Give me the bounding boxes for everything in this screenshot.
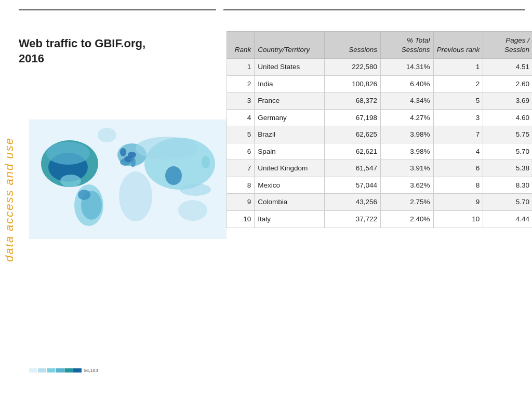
left-area: 56,103 <box>19 57 232 389</box>
cell-rank: 3 <box>227 92 255 110</box>
cell-pages: 5.70 <box>483 143 532 160</box>
cell-pages: 8.30 <box>483 177 532 194</box>
cell-country: Italy <box>255 211 325 228</box>
cell-pages: 4.44 <box>483 211 532 228</box>
svg-point-13 <box>120 148 126 156</box>
cell-pct: 3.98% <box>380 126 433 143</box>
svg-point-5 <box>98 128 116 142</box>
cell-sessions: 68,372 <box>325 92 381 110</box>
cell-sessions: 37,722 <box>325 211 381 228</box>
table-row: 2India100,8266.40%22.60 <box>227 75 533 92</box>
svg-point-8 <box>78 190 90 200</box>
cell-rank: 7 <box>227 160 255 177</box>
data-table: Rank Country/Territory Sessions % Total … <box>227 31 532 228</box>
svg-point-3 <box>46 142 90 165</box>
cell-sessions: 57,044 <box>325 177 381 194</box>
cell-prev-rank: 3 <box>433 109 483 126</box>
table-row: 8Mexico57,0443.62%88.30 <box>227 177 533 194</box>
cell-country: Colombia <box>255 194 325 211</box>
map-legend: 56,103 <box>29 368 98 373</box>
cell-prev-rank: 9 <box>433 194 483 211</box>
legend-bar <box>29 368 82 373</box>
cell-country: Mexico <box>255 177 325 194</box>
cell-prev-rank: 5 <box>433 92 483 110</box>
cell-prev-rank: 8 <box>433 177 483 194</box>
svg-point-15 <box>119 171 152 221</box>
table-row: 4Germany67,1984.27%34.60 <box>227 109 533 126</box>
cell-rank: 10 <box>227 211 255 228</box>
cell-country: Brazil <box>255 126 325 143</box>
header-sessions: Sessions <box>325 32 381 59</box>
cell-sessions: 100,826 <box>325 75 381 92</box>
cell-pct: 6.40% <box>380 75 433 92</box>
cell-country: United Kingdom <box>255 160 325 177</box>
cell-pages: 2.60 <box>483 75 532 92</box>
cell-rank: 2 <box>227 75 255 92</box>
cell-prev-rank: 1 <box>433 59 483 76</box>
cell-sessions: 67,198 <box>325 109 381 126</box>
cell-pages: 5.38 <box>483 160 532 177</box>
legend-swatch-1 <box>29 368 37 373</box>
cell-rank: 8 <box>227 177 255 194</box>
legend-swatch-2 <box>38 368 46 373</box>
side-label-container: data access and use <box>0 0 19 399</box>
cell-prev-rank: 2 <box>433 75 483 92</box>
table-row: 10Italy37,7222.40%104.44 <box>227 211 533 228</box>
header-pages: Pages / Session <box>483 32 532 59</box>
header-pct: % Total Sessions <box>380 32 433 59</box>
cell-country: Germany <box>255 109 325 126</box>
legend-swatch-4 <box>56 368 64 373</box>
cell-prev-rank: 6 <box>433 160 483 177</box>
cell-pages: 3.69 <box>483 92 532 110</box>
table-row: 7United Kingdom61,5473.91%65.38 <box>227 160 533 177</box>
table-row: 1United States222,58014.31%14.51 <box>227 59 533 76</box>
cell-prev-rank: 7 <box>433 126 483 143</box>
world-map <box>29 119 227 255</box>
right-area: Rank Country/Territory Sessions % Total … <box>227 31 527 228</box>
svg-point-19 <box>178 200 207 221</box>
cell-pct: 3.91% <box>380 160 433 177</box>
cell-sessions: 62,625 <box>325 126 381 143</box>
header-country: Country/Territory <box>255 32 325 59</box>
cell-pct: 3.98% <box>380 143 433 160</box>
cell-country: France <box>255 92 325 110</box>
cell-sessions: 222,580 <box>325 59 381 76</box>
top-border-right <box>223 9 525 10</box>
cell-sessions: 43,256 <box>325 194 381 211</box>
legend-swatch-6 <box>73 368 82 373</box>
svg-point-17 <box>165 166 182 185</box>
cell-prev-rank: 4 <box>433 143 483 160</box>
cell-pages: 5.75 <box>483 126 532 143</box>
cell-pct: 2.75% <box>380 194 433 211</box>
table-body: 1United States222,58014.31%14.512India10… <box>227 59 533 228</box>
cell-pages: 5.70 <box>483 194 532 211</box>
svg-point-20 <box>202 156 210 168</box>
header-prev-rank: Previous rank <box>433 32 483 59</box>
side-label-text: data access and use <box>3 137 16 262</box>
cell-pages: 4.51 <box>483 59 532 76</box>
cell-rank: 6 <box>227 143 255 160</box>
legend-swatch-3 <box>47 368 55 373</box>
cell-country: Spain <box>255 143 325 160</box>
svg-point-12 <box>128 152 136 158</box>
legend-value: 56,103 <box>84 368 98 373</box>
svg-point-18 <box>180 183 211 196</box>
cell-pct: 4.27% <box>380 109 433 126</box>
cell-rank: 9 <box>227 194 255 211</box>
cell-country: India <box>255 75 325 92</box>
cell-sessions: 61,547 <box>325 160 381 177</box>
cell-country: United States <box>255 59 325 76</box>
svg-point-4 <box>60 175 81 187</box>
cell-rank: 5 <box>227 126 255 143</box>
svg-point-21 <box>136 137 198 159</box>
table-row: 6Spain62,6213.98%45.70 <box>227 143 533 160</box>
page-container: data access and use Web traffic to GBIF.… <box>0 0 532 399</box>
cell-prev-rank: 10 <box>433 211 483 228</box>
table-row: 3France68,3724.34%53.69 <box>227 92 533 110</box>
cell-pages: 4.60 <box>483 109 532 126</box>
svg-point-14 <box>130 157 136 167</box>
cell-sessions: 62,621 <box>325 143 381 160</box>
cell-rank: 1 <box>227 59 255 76</box>
cell-pct: 3.62% <box>380 177 433 194</box>
legend-swatch-5 <box>64 368 73 373</box>
